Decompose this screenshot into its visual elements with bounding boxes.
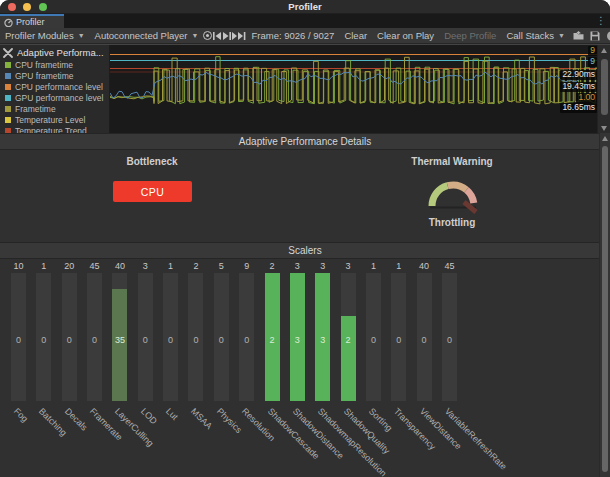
scaler-column: 3 2 ShadowQuality [341, 261, 356, 401]
scaler-bar-track: 0 [366, 273, 381, 401]
next-frame-button[interactable] [222, 28, 232, 43]
scaler-column: 3 3 ShadowDistance [290, 261, 305, 401]
scroll-up-icon[interactable] [601, 48, 607, 53]
scaler-name-label: Physics [215, 406, 244, 435]
scaler-max-value: 3 [138, 261, 153, 272]
timeline-marker: 19.43ms [560, 82, 597, 92]
load-icon [573, 31, 584, 40]
scaler-bar-track: 35 [112, 273, 127, 401]
adaptive-performance-icon [3, 48, 13, 58]
scroll-down-icon[interactable] [601, 126, 607, 131]
legend-item[interactable]: CPU performance level [0, 81, 109, 92]
record-button[interactable] [203, 28, 212, 43]
module-legend: CPU frametimeGPU frametimeCPU performanc… [0, 59, 109, 134]
module-scrollbar[interactable] [597, 45, 610, 134]
tab-label: Profiler [16, 17, 45, 27]
legend-item[interactable]: GPU frametime [0, 70, 109, 81]
scaler-current-value: 3 [315, 335, 330, 345]
window-title: Profiler [0, 1, 610, 12]
thermal-gauge [424, 169, 482, 217]
scaler-column: 1 0 Transparency [391, 261, 406, 401]
last-frame-icon [232, 32, 246, 40]
scaler-column: 20 0 Decals [62, 261, 77, 401]
scrollbar-thumb[interactable] [601, 59, 608, 115]
chevron-down-icon: ▼ [78, 32, 85, 39]
timeline-chart[interactable]: 9922.90ms19.43ms1.0016.65ms [110, 45, 597, 134]
scaler-bar-track: 2 [341, 273, 356, 401]
scaler-current-value: 3 [290, 335, 305, 345]
record-icon [203, 31, 212, 40]
previous-frame-icon [212, 32, 222, 40]
bottleneck-label: Bottleneck [82, 156, 222, 167]
timeline-value-badges: 9922.90ms19.43ms1.0016.65ms [560, 46, 597, 113]
tab-profiler[interactable]: Profiler [0, 14, 64, 28]
current-frame-button[interactable] [232, 28, 246, 43]
scaler-bar-track: 0 [138, 273, 153, 401]
scaler-bar-fill [112, 289, 127, 401]
player-label: Autoconnected Player [95, 30, 188, 41]
scaler-current-value: 0 [366, 335, 381, 345]
target-player-dropdown[interactable]: Autoconnected Player ▼ [90, 28, 204, 43]
timeline-marker: 9 [588, 57, 597, 67]
scaler-current-value: 0 [214, 335, 229, 345]
throttling-label: Throttling [382, 217, 522, 228]
save-icon [590, 31, 600, 41]
legend-color-chip [5, 95, 11, 101]
scaler-max-value: 5 [214, 261, 229, 272]
scaler-column: 45 0 Framerate [87, 261, 102, 401]
clear-on-play-button[interactable]: Clear on Play [372, 28, 439, 43]
chevron-down-icon: ▼ [558, 32, 565, 39]
legend-label: CPU performance level [15, 82, 103, 92]
scaler-bar-track: 3 [315, 273, 330, 401]
legend-item[interactable]: Frametime [0, 103, 109, 114]
chevron-down-icon: ▼ [192, 32, 199, 39]
timeline-marker: 1.00 [576, 93, 597, 103]
help-button[interactable]: ? [604, 28, 610, 43]
call-stacks-dropdown[interactable]: Call Stacks ▼ [501, 28, 569, 43]
scaler-max-value: 40 [417, 261, 432, 272]
scaler-current-value: 0 [188, 335, 203, 345]
frame-counter: Frame: 9026 / 9027 [246, 28, 339, 43]
scalers-chart: 10 0 Fog 1 0 Batching 20 0 Decals [0, 259, 610, 477]
scaler-bar-track: 0 [163, 273, 178, 401]
scaler-current-value: 0 [62, 335, 77, 345]
scaler-current-value: 0 [239, 335, 254, 345]
scaler-current-value: 2 [265, 335, 280, 345]
frame-counter-label: Frame: 9026 / 9027 [251, 30, 334, 41]
tab-menu-icon[interactable]: ⋮ [596, 14, 606, 28]
legend-color-chip [5, 106, 11, 112]
scaler-max-value: 40 [112, 261, 127, 272]
scrollbar-thumb[interactable] [602, 146, 608, 472]
load-profile-button[interactable] [570, 28, 587, 43]
scaler-column: 1 0 Batching [36, 261, 51, 401]
save-profile-button[interactable] [587, 28, 604, 43]
scaler-current-value: 0 [36, 335, 51, 345]
scaler-bar-track: 0 [87, 273, 102, 401]
bottleneck-indicator: CPU [113, 181, 192, 202]
module-header[interactable]: Adaptive Performa... [0, 45, 109, 59]
legend-label: Frametime [15, 104, 56, 114]
timeline-marker: 9 [588, 46, 597, 56]
thermal-warning-label: Thermal Warning [382, 156, 522, 167]
legend-label: GPU performance level [15, 93, 103, 103]
profiler-modules-dropdown[interactable]: Profiler Modules ▼ [0, 28, 90, 43]
scaler-max-value: 1 [391, 261, 406, 272]
legend-item[interactable]: GPU performance level [0, 92, 109, 103]
legend-color-chip [5, 117, 11, 123]
details-scrollbar[interactable] [599, 133, 610, 477]
scroll-up-icon[interactable] [602, 136, 608, 141]
clear-button[interactable]: Clear [339, 28, 372, 43]
previous-frame-button[interactable] [212, 28, 222, 43]
scaler-bar-track: 0 [391, 273, 406, 401]
module-legend-panel: Adaptive Performa... CPU frametimeGPU fr… [0, 45, 110, 134]
legend-item[interactable]: CPU frametime [0, 59, 109, 70]
scaler-max-value: 9 [239, 261, 254, 272]
scaler-bar-track: 0 [11, 273, 26, 401]
deep-profile-button[interactable]: Deep Profile [439, 28, 501, 43]
profiler-gauge-icon [4, 18, 13, 27]
legend-item[interactable]: Temperature Level [0, 114, 109, 125]
legend-color-chip [5, 73, 11, 79]
scaler-max-value: 1 [36, 261, 51, 272]
scaler-current-value: 2 [341, 335, 356, 345]
scaler-max-value: 2 [188, 261, 203, 272]
